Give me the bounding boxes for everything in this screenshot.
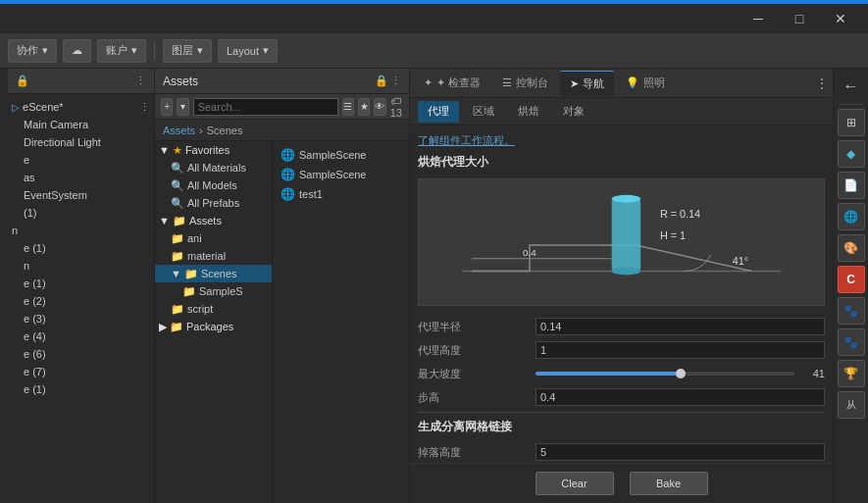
- cong-rail-btn[interactable]: 从: [838, 391, 865, 419]
- hierarchy-item-e[interactable]: e: [8, 151, 154, 169]
- info-link[interactable]: 了解组件工作流程。: [418, 133, 825, 148]
- tag-count: 🏷13: [390, 95, 403, 119]
- scenes-icon: 📁: [184, 268, 198, 280]
- hierarchy-item-camera[interactable]: Main Camera: [8, 116, 154, 133]
- trophy-rail-btn[interactable]: 🏆: [838, 360, 865, 387]
- back-button[interactable]: ←: [838, 73, 865, 100]
- bake-button[interactable]: Bake: [630, 472, 708, 495]
- project-menu-icon[interactable]: ⋮: [390, 75, 401, 87]
- svg-text:H = 1: H = 1: [660, 229, 686, 241]
- hierarchy-item-eventsystem[interactable]: EventSystem: [8, 186, 154, 204]
- agent-height-value[interactable]: 1: [536, 341, 825, 359]
- add-dropdown-btn[interactable]: ▾: [177, 98, 188, 116]
- eye-btn[interactable]: 👁: [374, 98, 385, 116]
- paw1-rail-btn[interactable]: 🐾: [838, 297, 865, 325]
- palette-rail-btn[interactable]: 🎨: [838, 234, 865, 262]
- scenes-item[interactable]: ▼ 📁 Scenes: [155, 265, 272, 282]
- hierarchy-item-e1a[interactable]: e (1): [8, 239, 154, 257]
- hierarchy-item-e7[interactable]: e (7): [8, 363, 154, 380]
- packages-icon: 📁: [170, 321, 183, 333]
- tab-navigation[interactable]: ➤ 导航: [560, 71, 614, 96]
- hierarchy-item-e1b[interactable]: e (1): [8, 275, 154, 292]
- tab-inspector[interactable]: ✦ ✦ 检查器: [414, 71, 490, 96]
- hierarchy-item-e3[interactable]: e (3): [8, 310, 154, 327]
- scene-file-3[interactable]: 🌐 test1: [277, 184, 405, 204]
- all-materials-item[interactable]: 🔍 All Materials: [155, 159, 272, 176]
- sample-scene-sub-item[interactable]: 📁 SampleS: [155, 282, 272, 300]
- all-prefabs-item[interactable]: 🔍 All Prefabs: [155, 194, 272, 212]
- step-height-value[interactable]: 0.4: [536, 388, 825, 406]
- scene-file-icon-2: 🌐: [281, 168, 295, 181]
- breadcrumb-scenes[interactable]: Scenes: [207, 125, 243, 136]
- window-controls: ─ □ ✕: [739, 8, 860, 29]
- max-slope-track[interactable]: [536, 372, 794, 376]
- hierarchy-item-e1c[interactable]: e (1): [8, 380, 154, 398]
- hierarchy-item-n[interactable]: n: [8, 222, 154, 239]
- assets-expand: ▼: [159, 215, 170, 226]
- file-tree-left: ▼ ★ Favorites 🔍 All Materials 🔍 All Mode…: [155, 141, 273, 503]
- file-rail-btn[interactable]: 📄: [838, 172, 865, 199]
- globe-rail-btn[interactable]: 🌐: [838, 203, 865, 230]
- panel-more-options[interactable]: ⋮: [815, 75, 829, 91]
- hierarchy-lock-icon[interactable]: 🔒: [16, 75, 29, 87]
- hierarchy-item-scene[interactable]: ▷ eScene* ⋮: [8, 98, 154, 116]
- agent-radius-value[interactable]: 0.14: [536, 318, 825, 335]
- cloud-button[interactable]: ☁: [63, 39, 91, 63]
- hierarchy-item-e6[interactable]: e (6): [8, 345, 154, 363]
- max-slope-label: 最大坡度: [418, 367, 536, 381]
- collaborate-button[interactable]: 协作 ▾: [8, 39, 57, 63]
- subtab-object[interactable]: 对象: [553, 101, 594, 123]
- subtab-bake[interactable]: 烘焙: [508, 101, 549, 123]
- hierarchy-item-1[interactable]: (1): [8, 204, 154, 222]
- layout-rail-btn[interactable]: ⊞: [838, 109, 865, 136]
- file-search-input[interactable]: [193, 98, 338, 116]
- scenes-label: Scenes: [201, 268, 237, 279]
- favorites-label: Favorites: [185, 144, 230, 156]
- minimize-button[interactable]: ─: [739, 8, 778, 29]
- tab-lighting[interactable]: 💡 照明: [616, 71, 675, 96]
- layout-button[interactable]: Layout ▾: [218, 39, 278, 63]
- tab-console[interactable]: ☰ 控制台: [492, 71, 558, 96]
- script-item[interactable]: 📁 script: [155, 300, 272, 318]
- lighting-tab-label: 照明: [643, 75, 665, 90]
- maximize-button[interactable]: □: [780, 8, 819, 29]
- hierarchy-item-e2[interactable]: e (2): [8, 292, 154, 310]
- subtab-agent[interactable]: 代理: [418, 101, 459, 123]
- subtab-area[interactable]: 区域: [463, 101, 504, 123]
- breadcrumb-assets[interactable]: Assets: [163, 125, 195, 136]
- project-lock-icon[interactable]: 🔒: [375, 75, 388, 87]
- scene-file-label-3: test1: [299, 188, 323, 200]
- diamond-rail-btn[interactable]: ◆: [838, 140, 865, 168]
- layers-button[interactable]: 图层 ▾: [163, 39, 212, 63]
- paw2-rail-btn[interactable]: 🐾: [838, 328, 865, 356]
- collaborate-label: 协作: [17, 43, 38, 58]
- add-file-btn[interactable]: +: [161, 98, 173, 116]
- max-slope-fill: [536, 372, 681, 376]
- scene-file-1[interactable]: 🌐 SampleScene: [277, 145, 405, 165]
- svg-point-4: [612, 268, 641, 276]
- drop-height-value[interactable]: 5: [536, 443, 825, 461]
- account-button[interactable]: 账户 ▾: [97, 39, 146, 63]
- hierarchy-item-light[interactable]: Directional Light: [8, 133, 154, 151]
- close-button[interactable]: ✕: [821, 8, 860, 29]
- hierarchy-menu-icon[interactable]: ⋮: [135, 75, 146, 87]
- hierarchy-item-as[interactable]: as: [8, 169, 154, 186]
- lighting-icon: 💡: [626, 76, 639, 89]
- star-btn[interactable]: ★: [358, 98, 370, 116]
- layers-label: 图层: [172, 43, 193, 58]
- agent-radius-row: 代理半径 0.14: [418, 316, 825, 337]
- max-slope-value[interactable]: 41: [800, 368, 825, 379]
- material-item[interactable]: 📁 material: [155, 247, 272, 265]
- scene-menu-icon[interactable]: ⋮: [139, 101, 150, 114]
- clear-button[interactable]: Clear: [536, 472, 614, 495]
- hierarchy-item-e4[interactable]: e (4): [8, 327, 154, 345]
- hierarchy-item-n2[interactable]: n: [8, 257, 154, 275]
- filter-btn[interactable]: ☰: [342, 98, 354, 116]
- max-slope-thumb[interactable]: [676, 369, 686, 378]
- svg-text:0.4: 0.4: [523, 247, 536, 258]
- all-models-item[interactable]: 🔍 All Models: [155, 176, 272, 194]
- scene-file-2[interactable]: 🌐 SampleScene: [277, 165, 405, 184]
- ani-item[interactable]: 📁 ani: [155, 229, 272, 247]
- c-rail-btn[interactable]: C: [838, 266, 865, 293]
- project-title: Assets: [163, 75, 198, 88]
